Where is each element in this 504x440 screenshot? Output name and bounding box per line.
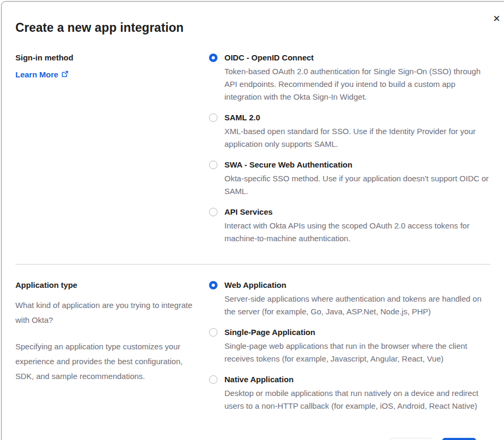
create-app-integration-modal: ✕ Create a new app integration Sign-in m… <box>1 1 504 440</box>
option-native-application-label: Native Application <box>224 374 492 385</box>
modal-footer: Cancel Next <box>15 421 503 440</box>
radio-button-web-application[interactable] <box>209 281 218 289</box>
option-api-services-label: API Services <box>224 206 492 218</box>
modal-content: Create a new app integration Sign-in met… <box>2 2 503 440</box>
option-saml-description: XML-based open standard for SSO. Use if … <box>224 125 492 151</box>
option-api-services-text: API Services Interact with Okta APIs usi… <box>224 206 492 245</box>
option-web-application-label: Web Application <box>224 279 492 291</box>
option-spa-description: Single-page web applications that run in… <box>224 340 492 365</box>
option-oidc-label: OIDC - OpenID Connect <box>224 52 492 64</box>
signin-left-column: Sign-in method Learn More <box>15 52 194 253</box>
option-swa-label: SWA - Secure Web Authentication <box>224 159 492 171</box>
radio-button-spa[interactable] <box>209 328 218 337</box>
option-swa-text: SWA - Secure Web Authentication Okta-spe… <box>224 159 492 198</box>
option-api-services[interactable]: API Services Interact with Okta APIs usi… <box>209 206 494 245</box>
option-saml-label: SAML 2.0 <box>224 112 492 124</box>
option-spa-label: Single-Page Application <box>224 327 492 338</box>
next-button[interactable]: Next <box>442 438 476 440</box>
option-native-application[interactable]: Native Application Desktop or mobile app… <box>209 374 494 412</box>
option-oidc[interactable]: OIDC - OpenID Connect Token-based OAuth … <box>209 52 494 103</box>
apptype-description-2: Specifying an application type customize… <box>15 339 194 384</box>
option-oidc-description: Token-based OAuth 2.0 authentication for… <box>224 65 492 103</box>
external-link-icon <box>62 70 68 79</box>
option-swa-description: Okta-specific SSO method. Use if your ap… <box>224 172 492 198</box>
apptype-description-1: What kind of application are you trying … <box>15 298 194 328</box>
option-web-application[interactable]: Web Application Server-side applications… <box>209 279 494 318</box>
signin-method-section: Sign-in method Learn More <box>15 52 503 253</box>
option-web-application-text: Web Application Server-side applications… <box>224 279 492 318</box>
apptype-options: Web Application Server-side applications… <box>209 279 494 421</box>
option-web-application-description: Server-side applications where authentic… <box>224 293 492 318</box>
apptype-left-column: Application type What kind of applicatio… <box>15 279 194 421</box>
option-native-application-text: Native Application Desktop or mobile app… <box>224 374 492 412</box>
option-api-services-description: Interact with Okta APIs using the scoped… <box>224 219 492 245</box>
option-spa-text: Single-Page Application Single-page web … <box>224 327 492 365</box>
option-native-application-description: Desktop or mobile applications that run … <box>224 387 492 412</box>
option-spa[interactable]: Single-Page Application Single-page web … <box>209 327 494 365</box>
signin-method-heading: Sign-in method <box>15 52 194 63</box>
modal-title: Create a new app integration <box>15 20 503 36</box>
learn-more-label: Learn More <box>15 70 58 79</box>
radio-button-api-services[interactable] <box>209 208 218 216</box>
signin-options: OIDC - OpenID Connect Token-based OAuth … <box>209 52 494 253</box>
option-oidc-text: OIDC - OpenID Connect Token-based OAuth … <box>224 52 492 103</box>
radio-button-saml[interactable] <box>209 113 218 122</box>
radio-button-swa[interactable] <box>209 161 218 169</box>
radio-button-oidc[interactable] <box>209 54 218 62</box>
cancel-button[interactable]: Cancel <box>389 438 433 440</box>
option-saml-text: SAML 2.0 XML-based open standard for SSO… <box>224 112 492 151</box>
learn-more-link[interactable]: Learn More <box>15 70 68 79</box>
option-saml[interactable]: SAML 2.0 XML-based open standard for SSO… <box>209 112 494 151</box>
section-divider <box>15 264 491 265</box>
application-type-heading: Application type <box>15 279 194 291</box>
radio-button-native-application[interactable] <box>209 375 218 384</box>
application-type-section: Application type What kind of applicatio… <box>15 279 503 421</box>
option-swa[interactable]: SWA - Secure Web Authentication Okta-spe… <box>209 159 494 198</box>
